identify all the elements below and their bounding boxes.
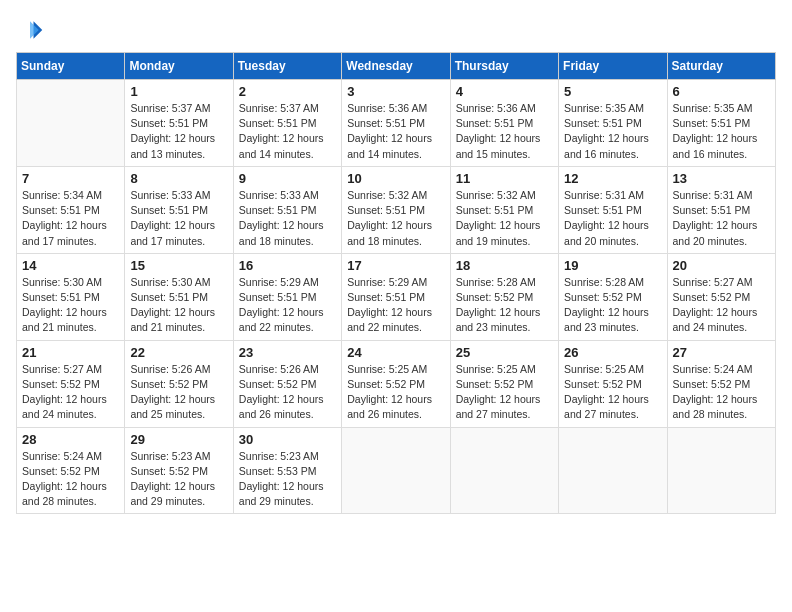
weekday-header: Wednesday <box>342 53 450 80</box>
calendar-cell: 18Sunrise: 5:28 AMSunset: 5:52 PMDayligh… <box>450 253 558 340</box>
calendar-week-row: 28Sunrise: 5:24 AMSunset: 5:52 PMDayligh… <box>17 427 776 514</box>
day-info: Sunrise: 5:28 AMSunset: 5:52 PMDaylight:… <box>456 275 553 336</box>
day-info: Sunrise: 5:30 AMSunset: 5:51 PMDaylight:… <box>22 275 119 336</box>
calendar-cell: 27Sunrise: 5:24 AMSunset: 5:52 PMDayligh… <box>667 340 775 427</box>
weekday-header: Thursday <box>450 53 558 80</box>
day-number: 21 <box>22 345 119 360</box>
calendar-week-row: 1Sunrise: 5:37 AMSunset: 5:51 PMDaylight… <box>17 80 776 167</box>
day-number: 3 <box>347 84 444 99</box>
day-info: Sunrise: 5:26 AMSunset: 5:52 PMDaylight:… <box>130 362 227 423</box>
day-info: Sunrise: 5:25 AMSunset: 5:52 PMDaylight:… <box>564 362 661 423</box>
day-number: 13 <box>673 171 770 186</box>
calendar-cell: 6Sunrise: 5:35 AMSunset: 5:51 PMDaylight… <box>667 80 775 167</box>
day-info: Sunrise: 5:32 AMSunset: 5:51 PMDaylight:… <box>456 188 553 249</box>
day-number: 30 <box>239 432 336 447</box>
day-number: 22 <box>130 345 227 360</box>
day-info: Sunrise: 5:35 AMSunset: 5:51 PMDaylight:… <box>673 101 770 162</box>
day-info: Sunrise: 5:24 AMSunset: 5:52 PMDaylight:… <box>673 362 770 423</box>
calendar-cell <box>342 427 450 514</box>
day-number: 2 <box>239 84 336 99</box>
calendar-cell: 16Sunrise: 5:29 AMSunset: 5:51 PMDayligh… <box>233 253 341 340</box>
calendar-week-row: 21Sunrise: 5:27 AMSunset: 5:52 PMDayligh… <box>17 340 776 427</box>
day-info: Sunrise: 5:34 AMSunset: 5:51 PMDaylight:… <box>22 188 119 249</box>
calendar-cell <box>17 80 125 167</box>
day-number: 26 <box>564 345 661 360</box>
calendar-cell: 30Sunrise: 5:23 AMSunset: 5:53 PMDayligh… <box>233 427 341 514</box>
day-number: 14 <box>22 258 119 273</box>
weekday-header: Tuesday <box>233 53 341 80</box>
day-number: 20 <box>673 258 770 273</box>
calendar-cell: 20Sunrise: 5:27 AMSunset: 5:52 PMDayligh… <box>667 253 775 340</box>
day-number: 24 <box>347 345 444 360</box>
day-number: 17 <box>347 258 444 273</box>
calendar-cell: 23Sunrise: 5:26 AMSunset: 5:52 PMDayligh… <box>233 340 341 427</box>
day-info: Sunrise: 5:33 AMSunset: 5:51 PMDaylight:… <box>239 188 336 249</box>
day-info: Sunrise: 5:26 AMSunset: 5:52 PMDaylight:… <box>239 362 336 423</box>
day-number: 11 <box>456 171 553 186</box>
day-info: Sunrise: 5:29 AMSunset: 5:51 PMDaylight:… <box>347 275 444 336</box>
day-number: 4 <box>456 84 553 99</box>
day-number: 15 <box>130 258 227 273</box>
day-info: Sunrise: 5:31 AMSunset: 5:51 PMDaylight:… <box>564 188 661 249</box>
day-number: 1 <box>130 84 227 99</box>
calendar-cell: 14Sunrise: 5:30 AMSunset: 5:51 PMDayligh… <box>17 253 125 340</box>
calendar-cell: 22Sunrise: 5:26 AMSunset: 5:52 PMDayligh… <box>125 340 233 427</box>
calendar-cell: 13Sunrise: 5:31 AMSunset: 5:51 PMDayligh… <box>667 166 775 253</box>
day-number: 9 <box>239 171 336 186</box>
calendar-cell: 19Sunrise: 5:28 AMSunset: 5:52 PMDayligh… <box>559 253 667 340</box>
day-info: Sunrise: 5:36 AMSunset: 5:51 PMDaylight:… <box>456 101 553 162</box>
calendar-cell: 7Sunrise: 5:34 AMSunset: 5:51 PMDaylight… <box>17 166 125 253</box>
weekday-header: Sunday <box>17 53 125 80</box>
day-info: Sunrise: 5:25 AMSunset: 5:52 PMDaylight:… <box>347 362 444 423</box>
calendar-cell: 2Sunrise: 5:37 AMSunset: 5:51 PMDaylight… <box>233 80 341 167</box>
calendar-cell: 1Sunrise: 5:37 AMSunset: 5:51 PMDaylight… <box>125 80 233 167</box>
logo <box>16 16 48 44</box>
weekday-header: Saturday <box>667 53 775 80</box>
calendar-cell: 28Sunrise: 5:24 AMSunset: 5:52 PMDayligh… <box>17 427 125 514</box>
day-number: 5 <box>564 84 661 99</box>
day-number: 16 <box>239 258 336 273</box>
calendar-cell: 9Sunrise: 5:33 AMSunset: 5:51 PMDaylight… <box>233 166 341 253</box>
calendar-table: SundayMondayTuesdayWednesdayThursdayFrid… <box>16 52 776 514</box>
calendar-cell: 5Sunrise: 5:35 AMSunset: 5:51 PMDaylight… <box>559 80 667 167</box>
day-info: Sunrise: 5:31 AMSunset: 5:51 PMDaylight:… <box>673 188 770 249</box>
calendar-cell: 11Sunrise: 5:32 AMSunset: 5:51 PMDayligh… <box>450 166 558 253</box>
weekday-header: Monday <box>125 53 233 80</box>
day-info: Sunrise: 5:37 AMSunset: 5:51 PMDaylight:… <box>130 101 227 162</box>
calendar-cell: 26Sunrise: 5:25 AMSunset: 5:52 PMDayligh… <box>559 340 667 427</box>
day-info: Sunrise: 5:24 AMSunset: 5:52 PMDaylight:… <box>22 449 119 510</box>
day-number: 6 <box>673 84 770 99</box>
calendar-cell: 25Sunrise: 5:25 AMSunset: 5:52 PMDayligh… <box>450 340 558 427</box>
day-info: Sunrise: 5:27 AMSunset: 5:52 PMDaylight:… <box>22 362 119 423</box>
calendar-cell: 8Sunrise: 5:33 AMSunset: 5:51 PMDaylight… <box>125 166 233 253</box>
calendar-cell: 17Sunrise: 5:29 AMSunset: 5:51 PMDayligh… <box>342 253 450 340</box>
calendar-week-row: 7Sunrise: 5:34 AMSunset: 5:51 PMDaylight… <box>17 166 776 253</box>
calendar-cell: 3Sunrise: 5:36 AMSunset: 5:51 PMDaylight… <box>342 80 450 167</box>
day-info: Sunrise: 5:30 AMSunset: 5:51 PMDaylight:… <box>130 275 227 336</box>
page-header <box>16 16 776 44</box>
day-info: Sunrise: 5:36 AMSunset: 5:51 PMDaylight:… <box>347 101 444 162</box>
day-info: Sunrise: 5:35 AMSunset: 5:51 PMDaylight:… <box>564 101 661 162</box>
calendar-cell: 24Sunrise: 5:25 AMSunset: 5:52 PMDayligh… <box>342 340 450 427</box>
day-number: 27 <box>673 345 770 360</box>
day-number: 28 <box>22 432 119 447</box>
logo-icon <box>16 16 44 44</box>
day-number: 7 <box>22 171 119 186</box>
day-number: 29 <box>130 432 227 447</box>
day-number: 23 <box>239 345 336 360</box>
calendar-cell: 29Sunrise: 5:23 AMSunset: 5:52 PMDayligh… <box>125 427 233 514</box>
day-info: Sunrise: 5:28 AMSunset: 5:52 PMDaylight:… <box>564 275 661 336</box>
calendar-cell: 10Sunrise: 5:32 AMSunset: 5:51 PMDayligh… <box>342 166 450 253</box>
day-number: 10 <box>347 171 444 186</box>
day-info: Sunrise: 5:23 AMSunset: 5:52 PMDaylight:… <box>130 449 227 510</box>
day-info: Sunrise: 5:25 AMSunset: 5:52 PMDaylight:… <box>456 362 553 423</box>
day-info: Sunrise: 5:33 AMSunset: 5:51 PMDaylight:… <box>130 188 227 249</box>
day-number: 8 <box>130 171 227 186</box>
day-number: 18 <box>456 258 553 273</box>
weekday-header: Friday <box>559 53 667 80</box>
calendar-cell <box>667 427 775 514</box>
calendar-cell: 15Sunrise: 5:30 AMSunset: 5:51 PMDayligh… <box>125 253 233 340</box>
calendar-cell <box>559 427 667 514</box>
day-info: Sunrise: 5:27 AMSunset: 5:52 PMDaylight:… <box>673 275 770 336</box>
day-info: Sunrise: 5:23 AMSunset: 5:53 PMDaylight:… <box>239 449 336 510</box>
